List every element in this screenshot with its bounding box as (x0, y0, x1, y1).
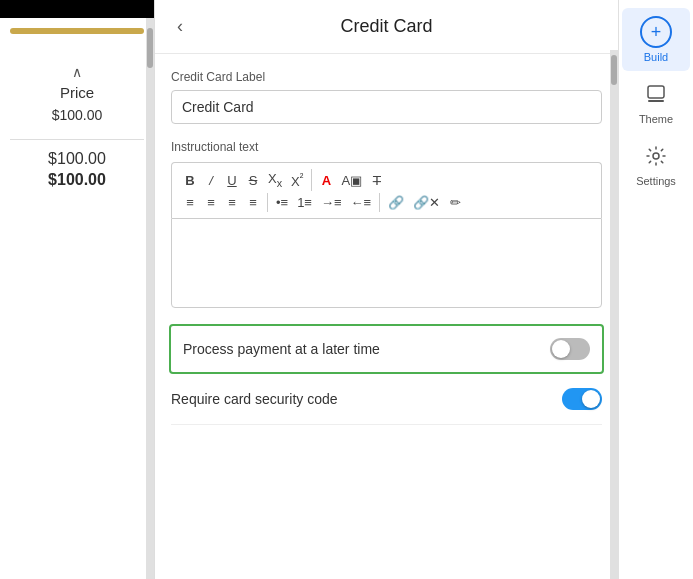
strikethrough-button[interactable]: S (243, 171, 263, 190)
svg-rect-0 (648, 86, 664, 98)
instructional-text-label: Instructional text (171, 140, 602, 154)
require-security-toggle-row: Require card security code (171, 374, 602, 425)
underline-button[interactable]: U (222, 171, 242, 190)
ordered-list-button[interactable]: 1≡ (293, 193, 316, 212)
panel-title: Credit Card (201, 16, 572, 37)
process-payment-toggle[interactable] (550, 338, 590, 360)
svg-rect-1 (648, 100, 664, 102)
require-security-toggle-thumb (582, 390, 600, 408)
price-bold-2: $100.00 (10, 171, 144, 189)
panel-header: ‹ Credit Card (155, 0, 618, 54)
font-bg-button[interactable]: A▣ (337, 171, 366, 190)
link-button[interactable]: 🔗 (384, 193, 408, 212)
edit-link-button[interactable]: ✏ (445, 193, 465, 212)
align-left-button[interactable]: ≡ (180, 193, 200, 212)
settings-icon (645, 145, 667, 172)
credit-card-field-label: Credit Card Label (171, 70, 602, 84)
main-scrollbar[interactable] (610, 50, 618, 579)
price-value: $100.00 (10, 107, 144, 123)
settings-panel: ‹ Credit Card Credit Card Label Instruct… (155, 0, 618, 579)
left-scrollbar[interactable] (146, 18, 154, 579)
rich-text-area[interactable] (171, 218, 602, 308)
svg-point-2 (653, 153, 659, 159)
bold-button[interactable]: B (180, 171, 200, 190)
chevron-up-icon: ∧ (10, 64, 144, 80)
require-security-toggle-track (562, 388, 602, 410)
credit-card-label-group: Credit Card Label (171, 70, 602, 124)
outdent-button[interactable]: ←≡ (347, 193, 376, 212)
main-panel: ‹ Credit Card Credit Card Label Instruct… (155, 0, 618, 579)
sidebar-item-theme-label: Theme (639, 113, 673, 125)
price-bold-1: $100.00 (10, 150, 144, 168)
align-justify-button[interactable]: ≡ (243, 193, 263, 212)
unlink-button[interactable]: 🔗✕ (409, 193, 444, 212)
toolbar-sep-3 (379, 193, 380, 212)
left-content: ∧ Price $100.00 $100.00 $100.00 (0, 18, 154, 579)
bullet-list-button[interactable]: •≡ (272, 193, 292, 212)
clear-format-button[interactable]: T̶ (367, 171, 387, 190)
back-button[interactable]: ‹ (171, 14, 189, 39)
credit-card-label-input[interactable] (171, 90, 602, 124)
process-payment-toggle-thumb (552, 340, 570, 358)
align-center-button[interactable]: ≡ (201, 193, 221, 212)
toolbar-row-1: B / U S Xx X² A A▣ T̶ (180, 169, 593, 191)
superscript-button[interactable]: X² (287, 169, 307, 191)
right-sidebar: + Build Theme Settings (618, 0, 693, 579)
process-payment-label: Process payment at a later time (183, 341, 380, 357)
price-row: $100.00 $100.00 (10, 139, 144, 189)
theme-icon (645, 83, 667, 110)
left-top-bar (0, 0, 154, 18)
main-scrollbar-thumb (611, 55, 617, 85)
price-label: Price (10, 84, 144, 101)
toolbar-row-2: ≡ ≡ ≡ ≡ •≡ 1≡ →≡ ←≡ 🔗 🔗✕ ✏ (180, 193, 593, 212)
require-security-toggle[interactable] (562, 388, 602, 410)
instructional-text-group: Instructional text B / U S Xx X² A A▣ T̶ (171, 140, 602, 308)
subscript-button[interactable]: Xx (264, 169, 286, 191)
left-panel: ∧ Price $100.00 $100.00 $100.00 (0, 0, 155, 579)
price-section: ∧ Price $100.00 $100.00 $100.00 (10, 64, 144, 189)
indent-button[interactable]: →≡ (317, 193, 346, 212)
panel-body: Credit Card Label Instructional text B /… (155, 54, 618, 579)
sidebar-item-build-label: Build (644, 51, 668, 63)
sidebar-item-theme[interactable]: Theme (622, 75, 690, 133)
rich-text-toolbar: B / U S Xx X² A A▣ T̶ ≡ ≡ ≡ (171, 162, 602, 218)
process-payment-toggle-track (550, 338, 590, 360)
sidebar-item-build[interactable]: + Build (622, 8, 690, 71)
toolbar-sep-1 (311, 169, 312, 191)
sidebar-item-settings[interactable]: Settings (622, 137, 690, 195)
require-security-label: Require card security code (171, 391, 338, 407)
gold-bar (10, 28, 144, 34)
sidebar-item-settings-label: Settings (636, 175, 676, 187)
italic-button[interactable]: / (201, 171, 221, 190)
align-right-button[interactable]: ≡ (222, 193, 242, 212)
font-color-button[interactable]: A (316, 171, 336, 190)
left-scrollbar-thumb (147, 28, 153, 68)
toolbar-sep-2 (267, 193, 268, 212)
process-payment-toggle-row: Process payment at a later time (169, 324, 604, 374)
build-icon: + (640, 16, 672, 48)
